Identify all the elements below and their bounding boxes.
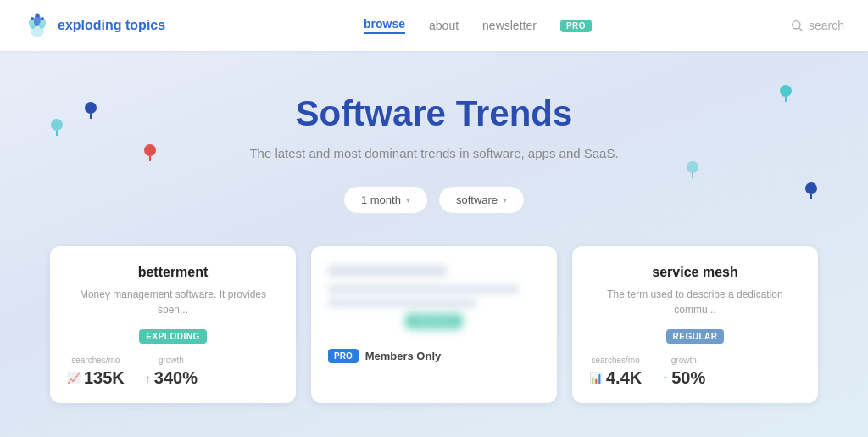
- growth-value: ↑ 50%: [662, 368, 705, 388]
- time-filter-label: 1 month: [361, 193, 401, 206]
- hero-title: Software Trends: [17, 93, 851, 134]
- blur-line-1: [328, 285, 519, 294]
- hero-subtitle: The latest and most dominant trends in s…: [17, 146, 851, 160]
- svg-point-10: [89, 118, 92, 119]
- nav-links: browse about newsletter PRO: [364, 17, 592, 34]
- searches-value: 📊 4.4K: [589, 368, 642, 388]
- search-area[interactable]: search: [790, 19, 844, 32]
- growth-stat: growth ↑ 50%: [662, 356, 705, 388]
- card-tag: REGULAR: [666, 329, 725, 344]
- svg-point-5: [36, 14, 40, 18]
- blur-line-2: [328, 299, 476, 307]
- up-arrow-icon: ↑: [662, 372, 668, 385]
- svg-point-15: [687, 161, 698, 173]
- pin-5: [51, 119, 63, 136]
- pin-4: [805, 182, 817, 199]
- svg-point-4: [31, 17, 34, 20]
- card-description: The term used to describe a dedication c…: [589, 287, 801, 317]
- logo-icon: [24, 12, 51, 39]
- pin-1: [85, 102, 97, 119]
- pin-6: [687, 161, 698, 178]
- searches-value: 📈 135K: [67, 368, 125, 388]
- card-locked[interactable]: XXXXXXX PRO Members Only: [311, 246, 557, 403]
- svg-point-11: [144, 144, 156, 156]
- svg-point-6: [41, 17, 44, 20]
- hero-section: Software Trends The latest and most domi…: [0, 51, 868, 437]
- pro-overlay: PRO Members Only: [328, 349, 540, 363]
- bar-chart-icon: 📈: [67, 372, 81, 384]
- card-stats: searches/mo 📊 4.4K growth ↑ 50%: [589, 356, 801, 388]
- logo-link[interactable]: exploding topics: [24, 12, 165, 39]
- searches-stat: searches/mo 📊 4.4K: [589, 356, 642, 388]
- searches-stat: searches/mo 📈 135K: [67, 356, 125, 388]
- svg-point-14: [51, 119, 63, 131]
- logo-text: exploding topics: [58, 18, 165, 33]
- growth-label: growth: [145, 356, 198, 365]
- category-chevron-icon: ▾: [503, 195, 507, 204]
- pro-badge[interactable]: PRO: [560, 20, 592, 32]
- card-title: service mesh: [589, 265, 801, 280]
- nav-browse[interactable]: browse: [364, 17, 405, 34]
- svg-line-8: [799, 28, 803, 31]
- svg-point-13: [805, 182, 817, 194]
- search-icon: [790, 19, 804, 32]
- blur-tag: XXXXXXX: [406, 314, 462, 328]
- up-arrow-icon: ↑: [145, 372, 151, 385]
- card-stats: searches/mo 📈 135K growth ↑ 340%: [67, 356, 279, 388]
- bar-chart-icon: 📊: [589, 372, 603, 384]
- card-betterment[interactable]: betterment Money management software. It…: [50, 246, 296, 403]
- pin-2: [144, 144, 156, 161]
- search-label: search: [809, 19, 844, 32]
- svg-point-9: [85, 102, 97, 114]
- card-tag: EXPLODING: [139, 329, 206, 344]
- searches-label: searches/mo: [67, 356, 125, 365]
- growth-stat: growth ↑ 340%: [145, 356, 198, 388]
- cards-container: betterment Money management software. It…: [17, 246, 851, 403]
- category-filter-label: software: [456, 193, 498, 206]
- growth-label: growth: [662, 356, 705, 365]
- category-filter[interactable]: software ▾: [438, 186, 525, 214]
- hero-filters: 1 month ▾ software ▾: [17, 186, 851, 214]
- svg-point-12: [780, 85, 792, 97]
- time-filter[interactable]: 1 month ▾: [343, 186, 428, 214]
- card-title: betterment: [67, 265, 279, 280]
- svg-point-7: [793, 21, 800, 29]
- time-chevron-icon: ▾: [406, 195, 410, 204]
- navbar: exploding topics browse about newsletter…: [0, 0, 868, 51]
- card-service-mesh[interactable]: service mesh The term used to describe a…: [572, 246, 818, 403]
- card-description: Money management software. It provides s…: [67, 287, 279, 317]
- pro-members-text: Members Only: [365, 350, 442, 362]
- pin-3: [780, 85, 792, 102]
- pro-label-badge: PRO: [328, 349, 359, 363]
- searches-label: searches/mo: [589, 356, 642, 365]
- nav-about[interactable]: about: [429, 19, 459, 32]
- growth-value: ↑ 340%: [145, 368, 198, 388]
- card-title-blurred: [328, 265, 447, 277]
- nav-newsletter[interactable]: newsletter: [482, 19, 537, 32]
